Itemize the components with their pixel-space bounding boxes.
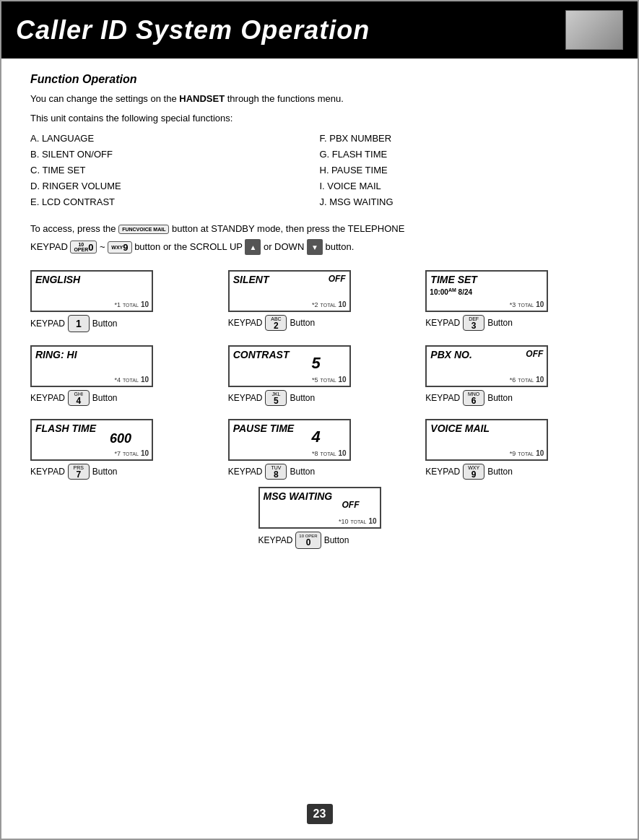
keypad-0-button[interactable]: 10OPER 0 <box>70 241 97 254</box>
keypad-btn-4[interactable]: GHI 4 <box>68 390 90 406</box>
intro-text-1: You can change the settings on the HANDS… <box>30 92 609 107</box>
ring-display-box: RING: HI *4 TOTAL 10 <box>30 345 153 387</box>
function-a: A. LANGUAGE <box>30 131 320 147</box>
msg-waiting-row: MSG WAITING OFF *10 TOTAL 10 KEYPAD 10 O… <box>30 487 609 549</box>
button-label-msgwaiting: Button <box>324 535 349 545</box>
english-star: *1 <box>114 301 121 308</box>
english-display-box: ENGLISH *1 TOTAL 10 <box>30 270 153 312</box>
function-f: F. PBX NUMBER <box>320 131 609 147</box>
box-silent: SILENT OFF *2 TOTAL 10 KEYPAD ABC 2 <box>228 270 412 332</box>
silent-keypad-row: KEYPAD ABC 2 Button <box>228 315 316 331</box>
timeset-display-box: TIME SET 10:00AM 8/24 *3 TOTAL 10 <box>425 270 548 312</box>
access-text-6: button. <box>326 241 355 252</box>
page-title: Caller ID System Operation <box>16 15 370 46</box>
box-english: ENGLISH *1 TOTAL 10 KEYPAD 1 Button <box>30 270 214 332</box>
box-msgwaiting: MSG WAITING OFF *10 TOTAL 10 KEYPAD 10 O… <box>258 487 381 549</box>
keypad-btn-8[interactable]: TUV 8 <box>265 464 287 480</box>
silent-off-label: OFF <box>329 274 346 284</box>
button-label-ring: Button <box>92 393 118 403</box>
keypad-label-msgwaiting: KEYPAD <box>258 535 293 545</box>
button-label-flashtime: Button <box>92 467 118 477</box>
silent-display-box: SILENT OFF *2 TOTAL 10 <box>228 270 351 312</box>
keypad-label-ring: KEYPAD <box>30 393 65 403</box>
function-e: E. LCD CONTRAST <box>30 194 320 210</box>
function-h: H. PAUSE TIME <box>320 163 609 178</box>
page-number-area: 23 <box>307 804 333 824</box>
keypad-btn-0[interactable]: 10 OPER 0 <box>295 532 321 549</box>
functions-list: A. LANGUAGE B. SILENT ON/OFF C. TIME SET… <box>30 131 609 210</box>
keypad-btn-1[interactable]: 1 <box>68 315 90 332</box>
function-d: D. RINGER VOLUME <box>30 178 320 194</box>
keypad-btn-2[interactable]: ABC 2 <box>265 315 287 331</box>
scroll-down-button[interactable]: ▼ <box>307 239 323 255</box>
keypad-9-button[interactable]: WXY 9 <box>108 241 131 254</box>
keypad-label-pbx: KEYPAD <box>425 393 460 403</box>
header: Caller ID System Operation <box>1 1 638 59</box>
button-label-silent: Button <box>290 318 315 328</box>
flashtime-keypad-row: KEYPAD PRS 7 Button <box>30 464 118 480</box>
box-ring: RING: HI *4 TOTAL 10 KEYPAD GHI 4 <box>30 345 214 406</box>
function-g: G. FLASH TIME <box>320 147 609 163</box>
timeset-value: 10:00AM 8/24 <box>430 287 472 296</box>
pausetime-keypad-row: KEYPAD TUV 8 Button <box>228 464 316 480</box>
keypad-btn-9[interactable]: WXY 9 <box>463 464 484 480</box>
functions-right: F. PBX NUMBER G. FLASH TIME H. PAUSE TIM… <box>320 131 609 210</box>
voicemail-display-box: VOICE MAIL *9 TOTAL 10 <box>425 419 548 461</box>
box-pausetime: PAUSE TIME 4 *8 TOTAL 10 KEYPAD TUV 8 <box>228 419 412 480</box>
content-area: Function Operation You can change the se… <box>1 59 638 566</box>
button-label-english: Button <box>92 319 118 329</box>
access-text-1: To access, press the <box>30 223 118 234</box>
contrast-keypad-row: KEYPAD JKL 5 Button <box>228 390 316 406</box>
pausetime-value: 4 <box>311 428 320 446</box>
page: Caller ID System Operation Function Oper… <box>0 0 639 840</box>
pbx-display-box: PBX NO. OFF *6 TOTAL 10 <box>425 345 548 387</box>
keypad-label-silent: KEYPAD <box>228 318 263 328</box>
flashtime-value: 600 <box>110 431 131 446</box>
timeset-keypad-row: KEYPAD DEF 3 Button <box>425 315 513 331</box>
keypad-label-timeset: KEYPAD <box>425 318 460 328</box>
keypad-btn-3[interactable]: DEF 3 <box>463 315 484 331</box>
contrast-display-box: CONTRAST 5 *5 TOTAL 10 <box>228 345 351 387</box>
pbx-off-label: OFF <box>526 349 543 359</box>
pausetime-display-box: PAUSE TIME 4 *8 TOTAL 10 <box>228 419 351 461</box>
box-contrast: CONTRAST 5 *5 TOTAL 10 KEYPAD JKL 5 <box>228 345 412 406</box>
access-text-3: KEYPAD <box>30 241 70 252</box>
page-number: 23 <box>307 804 333 824</box>
flashtime-display-box: FLASH TIME 600 *7 TOTAL 10 <box>30 419 153 461</box>
voicemail-keypad-row: KEYPAD WXY 9 Button <box>425 464 513 480</box>
func-voicemail-button[interactable]: FUNC VOICE MAIL <box>118 225 169 235</box>
english-keypad-row: KEYPAD 1 Button <box>30 315 118 332</box>
keypad-btn-5[interactable]: JKL 5 <box>265 390 287 406</box>
button-label-pbx: Button <box>487 393 513 403</box>
access-text-2: button at STANDBY mode, then press the T… <box>172 223 404 234</box>
function-b: B. SILENT ON/OFF <box>30 147 320 163</box>
keypad-label-english: KEYPAD <box>30 319 65 329</box>
keypad-btn-7[interactable]: PRS 7 <box>68 464 90 480</box>
button-label-pausetime: Button <box>290 467 315 477</box>
msgwaiting-keypad-row: KEYPAD 10 OPER 0 Button <box>258 532 349 549</box>
functions-left: A. LANGUAGE B. SILENT ON/OFF C. TIME SET… <box>30 131 320 210</box>
button-label-contrast: Button <box>290 393 315 403</box>
scroll-up-button[interactable]: ▲ <box>245 239 261 255</box>
function-j: J. MSG WAITING <box>320 194 609 210</box>
tilde-label: ~ <box>100 241 108 252</box>
button-label-voicemail: Button <box>487 467 513 477</box>
keypad-btn-6[interactable]: MNO 6 <box>463 390 484 406</box>
ring-keypad-row: KEYPAD GHI 4 Button <box>30 390 118 406</box>
intro-text-2: This unit contains the following special… <box>30 111 609 126</box>
button-label-timeset: Button <box>487 318 513 328</box>
keypad-label-flashtime: KEYPAD <box>30 467 65 477</box>
header-decorative-image <box>565 10 623 50</box>
msgwaiting-display-box: MSG WAITING OFF *10 TOTAL 10 <box>258 487 381 529</box>
msgwaiting-off-label: OFF <box>342 500 360 510</box>
access-instruction: To access, press the FUNC VOICE MAIL but… <box>30 220 609 256</box>
function-i: I. VOICE MAIL <box>320 178 609 194</box>
box-pbx: PBX NO. OFF *6 TOTAL 10 KEYPAD MNO 6 <box>425 345 609 406</box>
box-timeset: TIME SET 10:00AM 8/24 *3 TOTAL 10 KEYPAD… <box>425 270 609 332</box>
box-flashtime: FLASH TIME 600 *7 TOTAL 10 KEYPAD PRS 7 <box>30 419 214 480</box>
access-text-5: or DOWN <box>264 241 307 252</box>
keypad-label-voicemail: KEYPAD <box>425 467 460 477</box>
function-c: C. TIME SET <box>30 163 320 178</box>
pbx-keypad-row: KEYPAD MNO 6 Button <box>425 390 513 406</box>
keypad-label-pausetime: KEYPAD <box>228 467 263 477</box>
